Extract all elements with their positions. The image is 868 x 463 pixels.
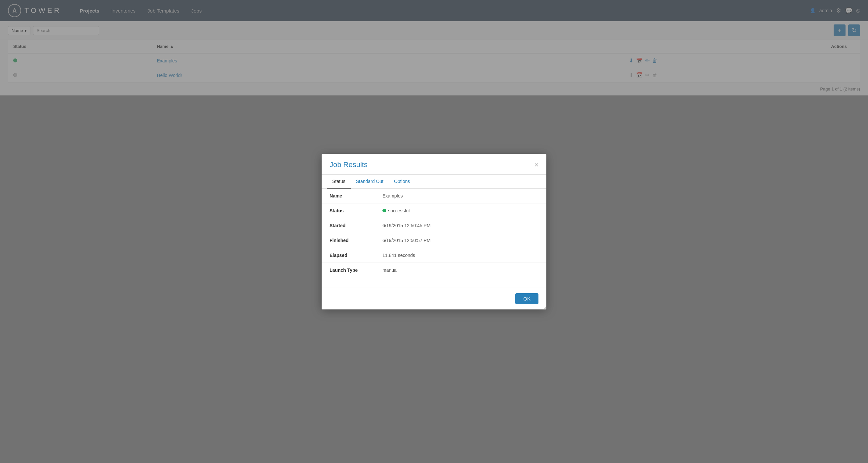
tab-status[interactable]: Status — [327, 175, 351, 189]
modal-footer: OK — [321, 288, 547, 309]
modal-title: Job Results — [330, 161, 368, 169]
detail-row-elapsed: Elapsed 11.841 seconds — [321, 248, 547, 263]
status-successful-text: successful — [388, 208, 409, 213]
modal-close-button[interactable]: × — [534, 162, 538, 168]
detail-value-elapsed: 11.841 seconds — [374, 248, 547, 263]
detail-label-status: Status — [321, 203, 374, 218]
main-area: Name ▾ + ↻ Status Name ▲ Actions — [0, 21, 868, 463]
detail-label-started: Started — [321, 218, 374, 233]
tab-options[interactable]: Options — [389, 175, 415, 189]
detail-row-finished: Finished 6/19/2015 12:50:57 PM — [321, 233, 547, 248]
detail-row-name: Name Examples — [321, 189, 547, 203]
detail-value-finished: 6/19/2015 12:50:57 PM — [374, 233, 547, 248]
modal-body: Name Examples Status successful — [321, 189, 547, 288]
detail-value-name: Examples — [374, 189, 547, 203]
detail-row-started: Started 6/19/2015 12:50:45 PM — [321, 218, 547, 233]
detail-row-status: Status successful — [321, 203, 547, 218]
detail-label-launch-type: Launch Type — [321, 263, 374, 277]
detail-value-launch-type: manual — [374, 263, 547, 277]
modal-header: Job Results × — [321, 154, 547, 175]
detail-row-launch-type: Launch Type manual — [321, 263, 547, 277]
status-successful-dot — [382, 209, 386, 212]
detail-table: Name Examples Status successful — [321, 189, 547, 277]
detail-label-name: Name — [321, 189, 374, 203]
tab-standard-out[interactable]: Standard Out — [351, 175, 389, 189]
detail-label-elapsed: Elapsed — [321, 248, 374, 263]
ok-button[interactable]: OK — [515, 293, 538, 304]
detail-value-started: 6/19/2015 12:50:45 PM — [374, 218, 547, 233]
detail-value-status: successful — [374, 203, 547, 218]
modal-overlay[interactable]: Job Results × Status Standard Out Option… — [0, 0, 868, 463]
job-results-modal: Job Results × Status Standard Out Option… — [321, 154, 547, 309]
resize-handle[interactable]: ◢ — [542, 305, 547, 309]
modal-tabs: Status Standard Out Options — [321, 175, 547, 189]
detail-label-finished: Finished — [321, 233, 374, 248]
